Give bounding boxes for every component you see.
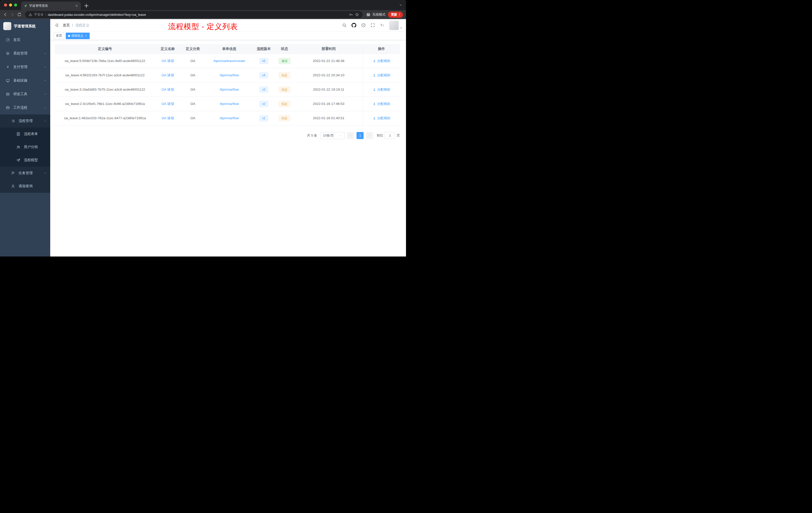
form-link[interactable]: /bpm/oa/flow [220, 73, 239, 77]
table-row: oa_leave:5:004b710b-7b8a-11ec-8ef0-acde4… [55, 54, 400, 68]
sidebar-item-payment[interactable]: ¥支付管理 [0, 60, 50, 74]
definition-name-cell: OA 请假 [155, 54, 180, 68]
definition-name-link[interactable]: OA 请假 [162, 59, 174, 63]
next-page-button[interactable] [366, 132, 373, 139]
category-cell: OA [180, 111, 205, 125]
status-cell: 挂起 [274, 68, 294, 82]
action-cell: 分配规则 [363, 111, 400, 125]
chevron-down-icon [44, 79, 47, 82]
action-cell: 分配规则 [363, 54, 400, 68]
reload-icon[interactable] [17, 12, 22, 17]
dashboard-icon [6, 38, 10, 42]
key-icon[interactable] [349, 12, 353, 17]
form-link[interactable]: /bpm/oa/flow [220, 116, 239, 120]
definition-name-link[interactable]: OA 请假 [162, 116, 174, 120]
new-tab-button[interactable] [83, 3, 89, 9]
sidebar-item-leave-query[interactable]: 请假查询 [0, 180, 50, 193]
sidebar-item-label: 用户分组 [24, 145, 47, 149]
browser-tabstrip: 芋道管理系统 [0, 0, 406, 10]
sidebar-item-label: 系统管理 [13, 51, 44, 56]
briefcase-icon [6, 105, 10, 110]
sidebar-item-label: 流程表单 [24, 132, 47, 136]
chevron-down-icon [339, 134, 342, 137]
form-link[interactable]: /bpm/oa/flow [220, 102, 239, 105]
assign-rule-link[interactable]: 分配规则 [373, 73, 390, 78]
form-info-cell: /bpm/oa/flow [205, 82, 253, 97]
definition-name-link[interactable]: OA 请假 [162, 88, 174, 91]
form-link[interactable]: /bpm/oa/flow [220, 88, 239, 91]
tab-search-icon[interactable] [399, 3, 403, 7]
avatar [389, 21, 399, 30]
close-icon[interactable] [85, 34, 87, 37]
goto-page-input[interactable] [385, 132, 395, 139]
sidebar-item-process-model[interactable]: 流程模型 [0, 154, 50, 167]
sidebar-item-task-mgmt[interactable]: 任务管理 [0, 167, 50, 180]
sidebar-item-dev-tools[interactable]: 研发工具 [0, 87, 50, 101]
status-cell: 挂起 [274, 97, 294, 111]
url-text: dashboard.yudao.iocoder.cn/bpm/manager/d… [48, 13, 347, 17]
sidebar-item-home[interactable]: 首页 [0, 33, 50, 47]
window-zoom-button[interactable] [14, 3, 17, 6]
definition-name-link[interactable]: OA 请假 [162, 73, 174, 77]
sidebar-logo[interactable]: 芋道管理系统 [0, 19, 50, 33]
definition-id-cell: oa_leave:1:482ec033-762a-11ec-8477-a2380… [55, 111, 155, 125]
assign-rule-link[interactable]: 分配规则 [373, 116, 390, 120]
update-button[interactable]: 更新 [388, 11, 403, 18]
assign-rule-link[interactable]: 分配规则 [373, 102, 390, 106]
address-bar[interactable]: 不安全 dashboard.yudao.iocoder.cn/bpm/manag… [25, 11, 362, 18]
version-tag: v4 [259, 72, 268, 78]
sidebar-fold-button[interactable] [50, 19, 63, 32]
prev-page-button[interactable] [347, 132, 354, 139]
category-cell: OA [180, 97, 205, 111]
definition-name-link[interactable]: OA 请假 [162, 102, 174, 105]
page-size-select[interactable]: 10条/页 [320, 132, 345, 139]
assign-rule-label: 分配规则 [377, 73, 390, 78]
back-icon[interactable] [3, 12, 7, 17]
window-close-button[interactable] [4, 3, 7, 6]
github-icon[interactable] [351, 23, 356, 28]
assign-rule-link[interactable]: 分配规则 [373, 87, 390, 92]
sidebar-item-user-group[interactable]: 用户分组 [0, 141, 50, 154]
sidebar-item-infrastructure[interactable]: 基础设施 [0, 74, 50, 87]
star-icon[interactable] [355, 12, 359, 17]
sidebar-item-process-form[interactable]: 流程表单 [0, 127, 50, 141]
user-filled-icon [373, 88, 376, 91]
search-icon[interactable] [342, 23, 347, 27]
table-header-row: 定义编号定义名称定义分类表单信息流程版本状态部署时间操作 [55, 44, 400, 54]
definition-table: 定义编号定义名称定义分类表单信息流程版本状态部署时间操作 oa_leave:5:… [55, 44, 400, 125]
user-menu[interactable] [389, 21, 403, 30]
breadcrumb-home[interactable]: 首页 [63, 23, 70, 28]
tab-title: 芋道管理系统 [29, 4, 73, 8]
view-tag[interactable]: 流程定义 [66, 33, 90, 39]
table-row: oa_leave:4:991f2193-7b7f-11ec-a3c8-acde4… [55, 68, 400, 82]
sidebar-item-workflow[interactable]: 工作流程 [0, 101, 50, 115]
goto-label: 前往 [377, 133, 383, 138]
assign-rule-link[interactable]: 分配规则 [373, 59, 390, 63]
window-minimize-button[interactable] [9, 3, 12, 6]
form-link[interactable]: /bpm/oa/leave/create [213, 59, 245, 63]
tag-label: 流程定义 [71, 34, 83, 38]
forward-icon[interactable] [10, 12, 14, 17]
page-unit-label: 页 [397, 133, 400, 138]
status-tag: 挂起 [279, 115, 290, 121]
window-controls [4, 3, 17, 6]
page-number-button[interactable]: 1 [356, 132, 364, 139]
question-icon[interactable]: ? [361, 23, 366, 27]
column-header: 部署时间 [294, 44, 363, 54]
users-icon [16, 145, 20, 149]
view-tag[interactable]: 首页 [54, 33, 64, 39]
sidebar-item-system[interactable]: 系统管理 [0, 47, 50, 60]
column-header: 状态 [274, 44, 294, 54]
browser-tab[interactable]: 芋道管理系统 [21, 1, 81, 10]
column-header: 定义编号 [55, 44, 155, 54]
fullscreen-icon[interactable] [371, 23, 375, 27]
definition-id-cell: oa_leave:5:004b710b-7b8a-11ec-8ef0-acde4… [55, 54, 155, 68]
browser-menu-icon[interactable] [398, 13, 402, 17]
action-cell: 分配规则 [363, 68, 400, 82]
font-size-icon[interactable]: TT [380, 23, 384, 27]
tab-close-icon[interactable] [75, 4, 78, 7]
browser-window: 芋道管理系统 不安全 dashboard.yudao.iocoder.cn/bp… [0, 0, 406, 256]
definition-name-cell: OA 请假 [155, 111, 180, 125]
sidebar-item-label: 工作流程 [13, 105, 44, 110]
sidebar-item-process-mgmt[interactable]: 流程管理 [0, 115, 50, 127]
